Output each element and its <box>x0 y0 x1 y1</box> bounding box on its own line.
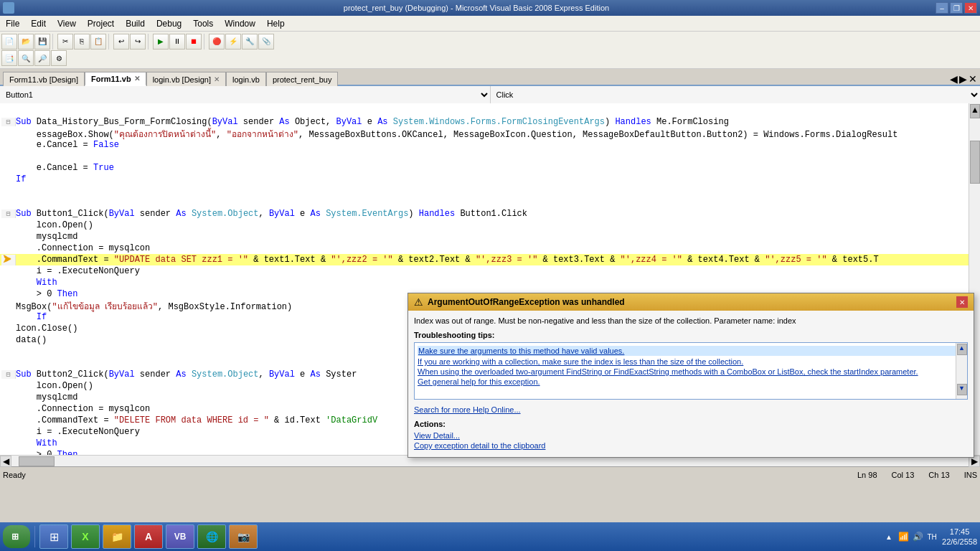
exception-tip-3[interactable]: When using the overloaded two-argument F… <box>418 367 964 376</box>
taskbar-app-5[interactable]: VB <box>166 524 194 549</box>
tb-pause[interactable]: ⏸ <box>169 34 185 50</box>
tray-network-icon[interactable]: 📶 <box>897 531 909 542</box>
vscroll-up[interactable]: ▲ <box>970 104 980 118</box>
taskbar-app-3-icon: 📁 <box>111 531 123 542</box>
exception-header: ⚠ ArgumentOutOfRangeException was unhand… <box>408 293 974 311</box>
taskbar-app-1[interactable]: ⊞ <box>39 524 68 549</box>
status-ch: Ch 13 <box>928 471 949 479</box>
menu-project[interactable]: Project <box>82 16 120 31</box>
exception-tip-4[interactable]: Get general help for this exception. <box>418 377 964 386</box>
code-dropdowns: Button1 Click <box>0 86 980 103</box>
tray-speaker-icon[interactable]: 🔊 <box>912 531 923 542</box>
exception-actions: View Detail... Copy exception detail to … <box>414 431 968 450</box>
tab-login-vb[interactable]: login.vb <box>226 72 266 86</box>
tips-scrollbar[interactable]: ▲ ▼ <box>956 343 967 399</box>
tb-save[interactable]: 💾 <box>34 34 50 50</box>
view-detail-link[interactable]: View Detail... <box>414 431 968 440</box>
current-line: ⮞ .CommandText = "UPDATE data SET zzz1 =… <box>0 254 969 265</box>
gutter: ⮞ <box>1 255 16 265</box>
tb-bp3[interactable]: 🔧 <box>242 34 258 50</box>
close-button[interactable]: ✕ <box>964 2 977 14</box>
system-clock[interactable]: 17:45 22/6/2558 <box>942 527 977 547</box>
minimize-button[interactable]: – <box>936 2 948 14</box>
taskbar-app-2[interactable]: X <box>71 524 100 549</box>
hscroll-thumb[interactable] <box>19 456 55 466</box>
status-bar: Ready Ln 98 Col 13 Ch 13 INS <box>0 466 980 482</box>
tb-open[interactable]: 📂 <box>18 34 34 50</box>
menu-file[interactable]: File <box>0 16 25 31</box>
taskbar-separator <box>34 526 35 547</box>
exception-message: Index was out of range. Must be non-nega… <box>414 316 968 325</box>
menu-build[interactable]: Build <box>120 16 151 31</box>
tb-bp2[interactable]: ⚡ <box>225 34 241 50</box>
status-col: Col 13 <box>892 471 915 479</box>
tab-form11-design[interactable]: Form11.vb [Design] <box>3 72 85 86</box>
app-icon <box>3 2 14 14</box>
taskbar-app-3[interactable]: 📁 <box>103 524 131 549</box>
tb-cut[interactable]: ✂ <box>57 34 73 50</box>
tb-stop[interactable]: ⏹ <box>186 34 202 50</box>
method-dropdown[interactable]: Click <box>491 86 981 103</box>
tab-login-design[interactable]: login.vb [Design] ✕ <box>146 72 226 86</box>
menu-debug[interactable]: Debug <box>151 16 187 31</box>
maximize-button[interactable]: ❐ <box>950 2 963 14</box>
search-help-link[interactable]: Search for more Help Online... <box>414 405 968 414</box>
tb-start[interactable]: ▶ <box>153 34 169 50</box>
code-line <box>0 151 969 162</box>
vscroll-thumb[interactable] <box>970 141 980 184</box>
exception-tip-1[interactable]: Make sure the arguments to this method h… <box>418 346 964 356</box>
menu-bar: File Edit View Project Build Debug Tools… <box>0 16 980 32</box>
tb-redo[interactable]: ↪ <box>130 34 146 50</box>
taskbar-right: ▲ 📶 🔊 TH 17:45 22/6/2558 <box>883 527 977 547</box>
tab-form11-design-label: Form11.vb [Design] <box>9 75 78 84</box>
tab-login-design-label: login.vb [Design] <box>153 75 211 84</box>
tb-bp1[interactable]: 🔴 <box>209 34 225 50</box>
tb-r2[interactable]: 🔍 <box>18 50 34 66</box>
taskbar-app-7[interactable]: 📷 <box>229 524 258 549</box>
tab-scroll-right[interactable]: ▶ <box>959 73 967 85</box>
tab-close-all[interactable]: ✕ <box>969 73 977 85</box>
exception-close-button[interactable]: ✕ <box>956 296 968 308</box>
class-dropdown[interactable]: Button1 <box>0 86 491 103</box>
toolbar: 📄 📂 💾 ✂ ⎘ 📋 ↩ ↪ ▶ ⏸ ⏹ 🔴 ⚡ 🔧 📎 📑 🔍 🔎 ⚙ <box>0 32 980 69</box>
menu-view[interactable]: View <box>52 16 82 31</box>
tips-scroll-down[interactable]: ▼ <box>957 384 967 395</box>
exception-title: ArgumentOutOfRangeException was unhandle… <box>428 297 952 307</box>
tab-protect-rent-buy[interactable]: protect_rent_buy <box>266 72 339 86</box>
tb-r3[interactable]: 🔎 <box>34 50 50 66</box>
hscroll-left[interactable]: ◀ <box>0 456 11 467</box>
tray-flag-icon[interactable]: TH <box>926 531 938 542</box>
tray-arrow-icon[interactable]: ▲ <box>883 531 895 542</box>
tab-login-design-close[interactable]: ✕ <box>214 75 220 83</box>
tb-undo[interactable]: ↩ <box>113 34 129 50</box>
taskbar-app-2-icon: X <box>82 531 88 542</box>
tb-sep4 <box>204 34 207 50</box>
tb-r1[interactable]: 📑 <box>1 50 17 66</box>
exception-tip-2[interactable]: If you are working with a collection, ma… <box>418 357 964 366</box>
tab-scroll-left[interactable]: ◀ <box>950 73 958 85</box>
tb-sep1 <box>52 34 55 50</box>
tb-r4[interactable]: ⚙ <box>51 50 67 66</box>
taskbar-app-4[interactable]: A <box>134 524 163 549</box>
menu-edit[interactable]: Edit <box>25 16 52 31</box>
menu-help[interactable]: Help <box>261 16 291 31</box>
tab-form11-vb-close[interactable]: ✕ <box>134 75 140 83</box>
tab-form11-vb[interactable]: Form11.vb ✕ <box>85 72 146 86</box>
tips-scroll-up[interactable]: ▲ <box>957 344 967 355</box>
copy-exception-link[interactable]: Copy exception detail to the clipboard <box>414 441 968 450</box>
tb-sep3 <box>148 34 151 50</box>
exception-popup: ⚠ ArgumentOutOfRangeException was unhand… <box>407 293 974 458</box>
tb-new[interactable]: 📄 <box>1 34 17 50</box>
code-line: i = .ExecuteNonQuery <box>0 265 969 277</box>
taskbar: ⊞ ⊞ X 📁 A VB 🌐 📷 ▲ 📶 🔊 <box>0 522 980 551</box>
exception-tips-box[interactable]: Make sure the arguments to this method h… <box>414 342 968 400</box>
start-button[interactable]: ⊞ <box>3 525 30 548</box>
menu-window[interactable]: Window <box>219 16 261 31</box>
taskbar-app-1-icon: ⊞ <box>50 530 59 544</box>
menu-tools[interactable]: Tools <box>187 16 219 31</box>
tb-paste[interactable]: 📋 <box>90 34 106 50</box>
taskbar-app-6[interactable]: 🌐 <box>197 524 226 549</box>
tb-copy[interactable]: ⎘ <box>74 34 90 50</box>
tb-bp4[interactable]: 📎 <box>258 34 274 50</box>
current-line-arrow: ⮞ <box>3 255 14 265</box>
